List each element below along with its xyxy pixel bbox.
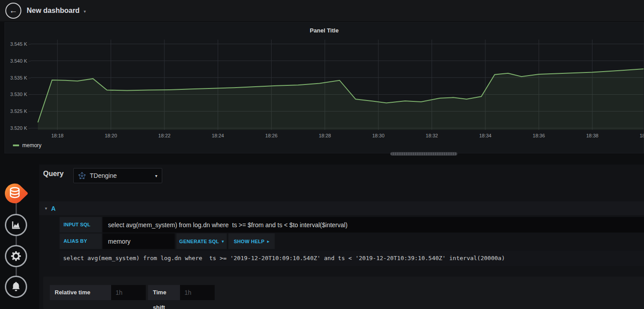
x-tick-label: 18:18 xyxy=(44,133,71,138)
legend-series-label[interactable]: memory xyxy=(22,142,41,148)
x-tick-label: 18:36 xyxy=(525,133,552,138)
time-series-chart xyxy=(31,40,644,130)
time-shift-label: Time shift xyxy=(148,285,180,300)
alias-by-label: ALIAS BY xyxy=(60,233,102,249)
chevron-down-icon: ▾ xyxy=(84,9,86,14)
query-section-title: Query xyxy=(43,170,64,178)
database-icon xyxy=(4,182,31,206)
x-tick-label: 18:28 xyxy=(312,133,338,138)
graph-icon xyxy=(9,218,23,232)
datasource-name: TDengine xyxy=(90,172,117,179)
arrow-left-icon: ← xyxy=(9,6,18,15)
query-editor-panel: Query TDengine ▾ ▾ A INPUT SQL ALIAS BY … xyxy=(39,165,644,309)
generate-sql-button[interactable]: GENERATE SQL ▾ xyxy=(176,233,227,249)
x-tick-label: 18:20 xyxy=(98,133,124,138)
y-tick-label: 3.535 K xyxy=(5,75,27,80)
dashboard-panel: Panel Title 3.520 K3.525 K3.530 K3.535 K… xyxy=(4,22,644,153)
tab-queries[interactable] xyxy=(4,182,31,206)
y-tick-mark xyxy=(28,61,31,61)
tab-alert[interactable] xyxy=(5,276,27,298)
x-tick-label: 18:26 xyxy=(258,133,285,138)
y-tick-label: 3.540 K xyxy=(5,58,27,64)
datasource-picker[interactable]: TDengine ▾ xyxy=(73,168,162,183)
time-shift-input[interactable] xyxy=(180,285,215,300)
tab-general-settings[interactable] xyxy=(5,245,27,267)
bell-icon xyxy=(10,281,22,293)
panel-title[interactable]: Panel Title xyxy=(5,27,644,34)
tab-visualization[interactable] xyxy=(5,214,27,236)
relative-time-input[interactable] xyxy=(111,285,146,300)
y-tick-mark xyxy=(28,111,31,112)
y-tick-label: 3.530 K xyxy=(5,92,27,97)
x-tick-label: 18:32 xyxy=(419,133,445,138)
input-sql-label: INPUT SQL xyxy=(60,217,102,233)
dashboard-title: New dashboard xyxy=(27,7,80,15)
y-tick-mark xyxy=(28,44,31,44)
x-tick-label: 18:24 xyxy=(204,133,231,138)
tdengine-logo-icon xyxy=(78,172,86,180)
y-tick-mark xyxy=(28,78,31,78)
chevron-down-icon: ▾ xyxy=(45,206,47,211)
query-options-section: Relative time Time shift xyxy=(43,277,644,309)
relative-time-label: Relative time xyxy=(50,285,111,300)
back-button[interactable]: ← xyxy=(5,3,21,19)
chevron-down-icon: ▾ xyxy=(155,173,157,178)
query-ref-id: A xyxy=(51,205,56,212)
gear-icon xyxy=(10,250,22,262)
x-tick-label: 18:38 xyxy=(579,133,606,138)
x-tick-label: 18:40 xyxy=(632,133,644,138)
x-tick-label: 18:22 xyxy=(151,133,178,138)
show-help-label: SHOW HELP xyxy=(234,239,264,244)
y-tick-label: 3.545 K xyxy=(5,41,27,47)
chevron-right-icon: ▸ xyxy=(267,239,269,244)
top-navbar: ← New dashboard ▾ xyxy=(0,0,644,21)
chevron-down-icon: ▾ xyxy=(222,239,224,244)
show-help-button[interactable]: SHOW HELP ▸ xyxy=(228,233,275,249)
generate-sql-label: GENERATE SQL xyxy=(179,239,219,244)
x-tick-label: 18:30 xyxy=(365,133,392,138)
legend-color-dash xyxy=(13,144,19,146)
dashboard-title-dropdown[interactable]: New dashboard ▾ xyxy=(27,0,86,21)
query-row-header[interactable]: ▾ A xyxy=(39,201,644,215)
x-tick-label: 18:34 xyxy=(472,133,499,138)
alias-by-field[interactable] xyxy=(103,233,175,249)
input-sql-field[interactable] xyxy=(103,217,644,233)
y-tick-label: 3.525 K xyxy=(5,108,27,114)
generated-sql-text: select avg(mem_system) from log.dn where… xyxy=(60,251,644,266)
y-tick-mark xyxy=(28,94,31,95)
sidebar-connector-line xyxy=(16,194,17,287)
y-tick-label: 3.520 K xyxy=(5,125,27,131)
y-tick-mark xyxy=(28,128,31,128)
panel-resize-handle[interactable] xyxy=(390,152,457,156)
legend: memory xyxy=(13,142,41,148)
